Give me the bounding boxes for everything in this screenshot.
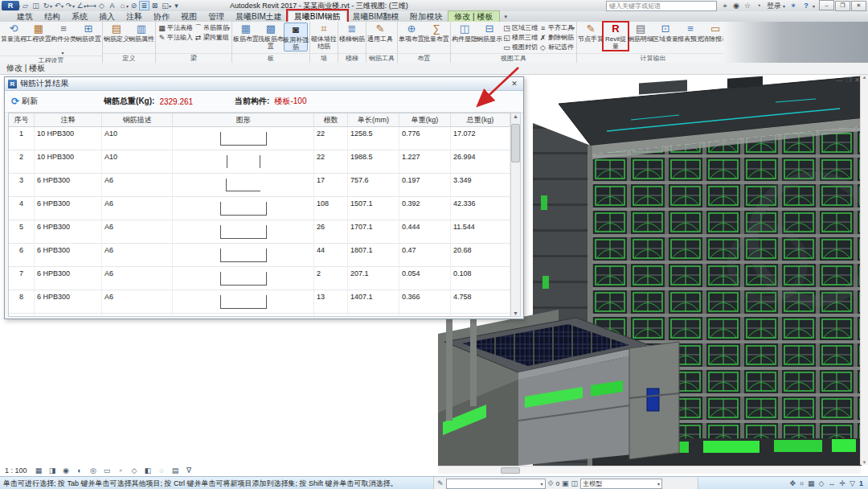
button-钢筋显示[interactable]: ⊟钢筋显示 [477,23,502,50]
active-workset-icon[interactable]: ▣ [562,479,569,487]
worksets-select[interactable]: ▾ [446,479,546,489]
tab-附加模块[interactable]: 附加模块 [404,11,448,22]
drag-on-selection-icon[interactable]: ✛ [840,479,846,488]
button-Revit提量[interactable]: RRevit提量 [604,23,628,50]
reveal-hidden-elements-icon[interactable]: ◌ [156,465,168,476]
show-constraints-icon[interactable]: ∇ [183,465,195,476]
button-算量流程[interactable]: ⟲算量流程 [2,23,26,50]
shadows-icon[interactable]: ◐ [74,465,86,476]
view-close-icon[interactable]: ✕ [854,76,860,84]
tab-晨曦BIM土建[interactable]: 晨曦BIM土建 [230,11,288,22]
crop-view-icon[interactable]: ▭ [101,465,113,476]
sun-path-icon[interactable]: ◉ [60,465,72,476]
button-caret-icon[interactable]: ▾ [61,50,63,55]
tab-注释[interactable]: 注释 [121,11,148,22]
table-row[interactable]: 210 HPB300A10221988.51.22726.994 [9,150,510,174]
open-icon[interactable]: ▱ [20,1,31,10]
table-row[interactable]: 36 HPB300A617757.60.1973.349 [9,174,510,197]
view-minimize-icon[interactable]: — [836,76,842,84]
tab-协作[interactable]: 协作 [148,11,175,22]
app-menu-button[interactable]: R [2,1,19,10]
help-caret-icon[interactable]: ▾ [813,3,815,9]
tag-icon[interactable]: ◇ [96,1,107,10]
tab-插入[interactable]: 插入 [93,11,121,22]
customize-qat-icon[interactable]: ▾ [171,1,182,10]
canvas-horizontal-scrollbar[interactable] [438,466,861,474]
button-构件显隐[interactable]: ◫构件显隐 [452,23,477,50]
table-row[interactable]: 76 HPB300A62207.10.0540.108 [9,267,510,290]
tab-系统[interactable]: 系统 [66,11,93,22]
button-报表预览[interactable]: ≡报表预览 [678,23,702,50]
text-icon[interactable]: A [107,1,117,10]
tab-结构[interactable]: 结构 [39,11,66,22]
window-minimize-button[interactable]: – [819,0,834,10]
signin-caret-icon[interactable]: ▾ [783,3,785,9]
button-钢筋设置[interactable]: ⊞钢筋设置 [76,23,100,50]
view-scale-button[interactable]: 1 : 100 [5,466,27,475]
button-楼层三维[interactable]: ◱楼层三维 [502,33,538,42]
button-楼梯钢筋[interactable]: ≣楼梯钢筋 [340,23,364,50]
button-平齐工具[interactable]: ≡平齐工具▾ [538,23,575,32]
dialog-title-bar[interactable]: R 钢筋计算结果 ✕ [5,77,523,91]
table-scrollbar[interactable]: ▲ ▼ [510,113,521,317]
close-hidden-windows-icon[interactable]: ⊠ [149,1,160,10]
window-restore-button[interactable]: ❐ [835,1,850,11]
refresh-button[interactable]: ⟳ 刷新 [11,96,38,107]
button-节点手算[interactable]: ✎节点手算 [579,23,603,50]
button-通用工具[interactable]: ✎通用工具 [368,23,392,50]
table-row[interactable]: 110 HPB300A10221258.50.77617.072 [9,127,510,150]
section-icon[interactable]: ⊘ [129,1,139,10]
button-caret-icon[interactable]: ▾ [572,25,575,31]
design-options-icon[interactable]: ◫ [571,479,579,487]
scroll-up-icon[interactable]: ▲ [862,75,867,80]
locked-3d-view-icon[interactable]: ◇ [129,465,141,476]
ribbon-display-caret-icon[interactable]: ▾ [505,11,508,22]
tab-晨曦BIM翻模[interactable]: 晨曦BIM翻模 [347,11,405,22]
button-单项布置[interactable]: ⊕单项布置 [399,23,424,50]
button-平法输入[interactable]: ✎平法输入 [158,33,193,42]
select-links-icon[interactable]: ⌗ [800,479,804,488]
button-板洞补强筋[interactable]: ◙板洞补强筋 [284,23,308,51]
button-工程设置[interactable]: ▦工程设置 [27,23,51,50]
help-icon[interactable]: ? [801,2,811,10]
drawing-area[interactable]: — ❐ ✕ ▲ ▼ R 钢筋计算结果 ✕ ⟳ 刷新 钢筋总重(Kg): 2329… [0,75,868,476]
select-underlay-icon[interactable]: ▦ [808,479,815,488]
button-钢筋属性[interactable]: ▥钢筋属性 [129,23,154,50]
signin-person-icon[interactable]: ◔ [754,2,764,10]
button-板筋布置[interactable]: ▦板筋布置 [234,23,258,50]
communication-center-icon[interactable]: ◉ [731,2,741,10]
detail-level-icon[interactable]: ▦ [33,465,45,476]
table-row[interactable]: 56 HPB300A6261707.10.44411.544 [9,220,510,244]
table-scroll-thumb[interactable] [511,124,520,162]
view-restore-icon[interactable]: ❐ [845,76,851,84]
tab-建筑[interactable]: 建筑 [11,11,39,22]
button-批量布置[interactable]: ∑批量布置 [424,23,448,50]
tab-管理[interactable]: 管理 [203,11,230,22]
tab-视图[interactable]: 视图 [175,11,203,22]
table-scroll-up-icon[interactable]: ▲ [513,113,518,119]
select-pinned-icon[interactable]: ◇ [819,479,825,488]
table-row[interactable]: 66 HPB300A6441807.10.4720.68 [9,244,510,267]
button-钢筋明细[interactable]: ▤钢筋明细 [628,23,653,50]
button-视图封切[interactable]: ▭视图封切 [502,43,538,51]
favorites-icon[interactable]: ☆ [743,2,752,10]
button-吊筋箍筋[interactable]: ⌒吊筋箍筋▾ [194,23,230,32]
table-row[interactable]: 46 HPB300A61081507.10.39242.336 [9,197,510,220]
table-scroll-down-icon[interactable]: ▼ [513,310,518,316]
aligned-dimension-icon[interactable]: ⟷ [86,1,96,10]
button-区域三维[interactable]: ◳区域三维 [502,23,538,32]
button-区域查量[interactable]: ⊡区域查量 [653,23,678,50]
button-筏板筋布置[interactable]: ▩筏板筋布置 [259,23,283,50]
button-平法表格[interactable]: ▦平法表格 [158,23,193,32]
select-by-face-icon[interactable]: ↔ [829,479,836,488]
tab-修改 | 楼板[interactable]: 修改 | 楼板 [448,10,499,22]
hscroll-thumb[interactable] [501,467,520,474]
window-close-button[interactable]: ✕ [851,1,866,11]
button-caret-icon[interactable]: ▾ [227,25,230,31]
temporary-hide-isolate-icon[interactable]: ◧ [142,465,154,476]
button-梁跨重组[interactable]: ⇄梁跨重组 [194,33,230,42]
button-构件分类[interactable]: ≡构件分类▾ [51,23,76,55]
button-删除钢筋[interactable]: ✗删除钢筋 [538,33,575,42]
save-icon[interactable]: ◫ [31,1,41,10]
exchange-apps-icon[interactable]: ✶ [788,2,798,10]
